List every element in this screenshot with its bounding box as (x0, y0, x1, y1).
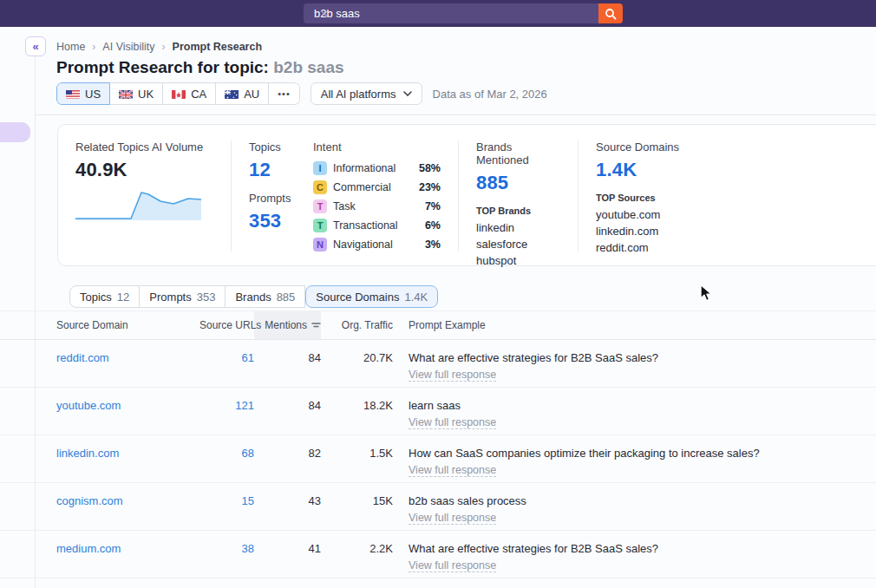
global-search: × (304, 3, 623, 23)
sidebar-active-item-highlight[interactable] (0, 122, 30, 142)
country-label: UK (138, 88, 154, 101)
source-domains-value[interactable]: 1.4K (596, 159, 876, 181)
source-urls-link[interactable]: 15 (199, 482, 254, 530)
intent-percent: 6% (425, 219, 441, 232)
column-header-source-domain[interactable]: Source Domain (56, 311, 199, 339)
view-full-response-link[interactable]: View full response (409, 512, 496, 525)
intent-label: Intent (313, 140, 441, 154)
search-icon (605, 8, 617, 20)
ai-platform-dropdown-value: All AI platforms (321, 88, 396, 101)
page-title-text: Prompt Research for topic: (56, 58, 269, 76)
column-header-prompt-example: Prompt Example (393, 311, 876, 339)
intent-percent: 23% (419, 181, 441, 193)
brands-mentioned-section: Brands Mentioned 885 TOP Brands linkedin… (476, 140, 560, 252)
source-urls-link[interactable]: 121 (199, 387, 254, 434)
tab-label: Brands (235, 291, 271, 304)
table-row: reddit.com 61 84 20.7K What are effectiv… (0, 339, 876, 387)
country-tab-uk[interactable]: UK (110, 82, 163, 105)
org-traffic-value: 20.7K (321, 339, 393, 387)
tab-brands[interactable]: Brands 885 (226, 285, 305, 308)
breadcrumb-current: Prompt Research (173, 41, 263, 53)
mentions-value: 84 (254, 387, 321, 434)
intent-section: Intent I Informational 58% C Commercial … (313, 140, 441, 252)
org-traffic-value: 2.2K (321, 530, 393, 578)
card-divider (231, 140, 232, 252)
topics-value[interactable]: 12 (249, 159, 313, 181)
country-tab-au[interactable]: AU (216, 82, 269, 105)
tab-source-domains[interactable]: Source Domains 1.4K (305, 285, 438, 308)
view-full-response-link[interactable]: View full response (409, 369, 496, 382)
top-source-item: linkedin.com (596, 223, 876, 239)
country-tab-ca[interactable]: CA (163, 82, 216, 105)
source-urls-link[interactable]: 68 (199, 434, 254, 482)
view-full-response-link[interactable]: View full response (409, 416, 496, 429)
domain-link[interactable]: reddit.com (56, 339, 199, 387)
tab-topics[interactable]: Topics 12 (69, 285, 140, 308)
sidebar-collapse-button[interactable]: « (25, 36, 46, 56)
source-domains-label: Source Domains (596, 140, 876, 154)
table-row: cognism.com 15 43 15K b2b saas sales pro… (0, 482, 876, 530)
summary-card: Related Topics AI Volume 40.9K Topics 12… (57, 124, 876, 266)
sort-descending-icon (311, 321, 321, 329)
tab-count: 353 (197, 291, 216, 304)
intent-name: Navigational (333, 238, 425, 251)
top-sources-label: TOP Sources (596, 193, 876, 203)
more-countries-button[interactable]: ••• (269, 82, 300, 105)
intent-row-transactional: T Transactional 6% (313, 216, 441, 235)
us-flag-icon (66, 89, 80, 99)
mentions-value: 43 (254, 482, 321, 530)
column-header-org-traffic[interactable]: Org. Traffic (321, 311, 393, 339)
mentions-value: 41 (254, 530, 321, 578)
org-traffic-value: 1.5K (321, 434, 393, 482)
mentions-value: 82 (254, 434, 321, 482)
country-label: US (85, 88, 101, 101)
related-topics-label: Related Topics AI Volume (75, 140, 213, 154)
country-label: CA (191, 88, 206, 101)
view-full-response-link[interactable]: View full response (409, 559, 496, 572)
domain-link[interactable]: youtube.com (56, 387, 199, 434)
table-header-row: Source Domain Source URLs Mentions Org. … (0, 311, 876, 339)
breadcrumb-home[interactable]: Home (56, 41, 85, 53)
intent-name: Task (333, 200, 425, 212)
intent-name: Transactional (333, 219, 425, 232)
page-title-topic: b2b saas (273, 58, 343, 76)
tab-label: Topics (80, 291, 112, 304)
table-row: linkedin.com 68 82 1.5K How can SaaS com… (0, 434, 876, 482)
country-tab-us[interactable]: US (56, 82, 110, 105)
search-button[interactable] (598, 3, 623, 23)
intent-name: Commercial (333, 181, 419, 193)
clear-search-icon[interactable]: × (314, 3, 335, 23)
au-flag-icon (225, 89, 239, 99)
top-brand-item: linkedin (476, 219, 560, 236)
prompts-value[interactable]: 353 (249, 210, 313, 232)
source-domains-table: Source Domain Source URLs Mentions Org. … (0, 310, 876, 578)
column-header-label: Mentions (265, 319, 307, 331)
intent-percent: 58% (419, 162, 441, 174)
page-title: Prompt Research for topic: b2b saas (56, 58, 344, 77)
tab-count: 1.4K (404, 291, 428, 304)
source-urls-link[interactable]: 61 (199, 339, 254, 387)
section-divider (35, 114, 876, 115)
source-urls-link[interactable]: 38 (199, 530, 254, 578)
view-full-response-link[interactable]: View full response (409, 464, 496, 477)
column-header-source-urls[interactable]: Source URLs (199, 311, 254, 339)
column-header-mentions[interactable]: Mentions (254, 311, 321, 339)
related-topics-section: Related Topics AI Volume 40.9K (75, 140, 213, 252)
breadcrumb: Home › AI Visibility › Prompt Research (56, 41, 262, 53)
org-traffic-value: 15K (321, 482, 393, 530)
brands-mentioned-value[interactable]: 885 (476, 172, 560, 194)
mouse-cursor (699, 284, 714, 306)
intent-name: Informational (333, 162, 419, 174)
search-input[interactable] (304, 3, 598, 23)
mentions-value: 84 (254, 339, 321, 387)
country-selector: US UK CA AU ••• (56, 82, 300, 105)
tab-prompts[interactable]: Prompts 353 (140, 285, 226, 308)
source-domains-section: Source Domains 1.4K TOP Sources youtube.… (596, 140, 876, 252)
domain-link[interactable]: medium.com (56, 530, 199, 578)
breadcrumb-ai-visibility[interactable]: AI Visibility (102, 41, 154, 53)
domain-link[interactable]: linkedin.com (56, 434, 199, 482)
ai-platform-dropdown[interactable]: All AI platforms (311, 82, 422, 105)
prompt-example-text: How can SaaS companies optimize their pa… (409, 447, 859, 460)
domain-link[interactable]: cognism.com (56, 482, 199, 530)
tab-label: Prompts (149, 291, 191, 304)
